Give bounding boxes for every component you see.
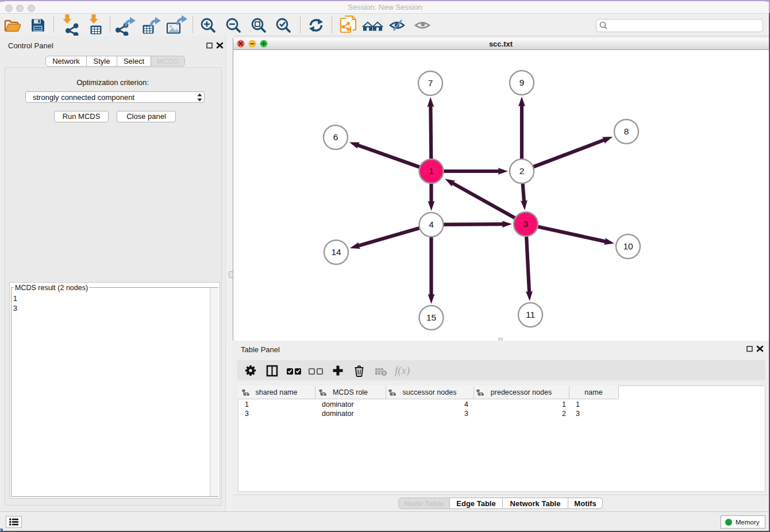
svg-text:8: 8 [624,126,629,136]
svg-text:4: 4 [429,219,434,229]
svg-text:15: 15 [426,313,436,322]
svg-text:6: 6 [333,132,338,142]
svg-text:14: 14 [331,247,341,257]
svg-text:11: 11 [526,310,535,319]
svg-text:9: 9 [519,78,525,87]
svg-text:7: 7 [428,78,433,88]
svg-text:1: 1 [429,166,434,176]
svg-text:3: 3 [523,219,529,229]
svg-text:2: 2 [519,166,525,176]
svg-text:10: 10 [623,241,633,251]
